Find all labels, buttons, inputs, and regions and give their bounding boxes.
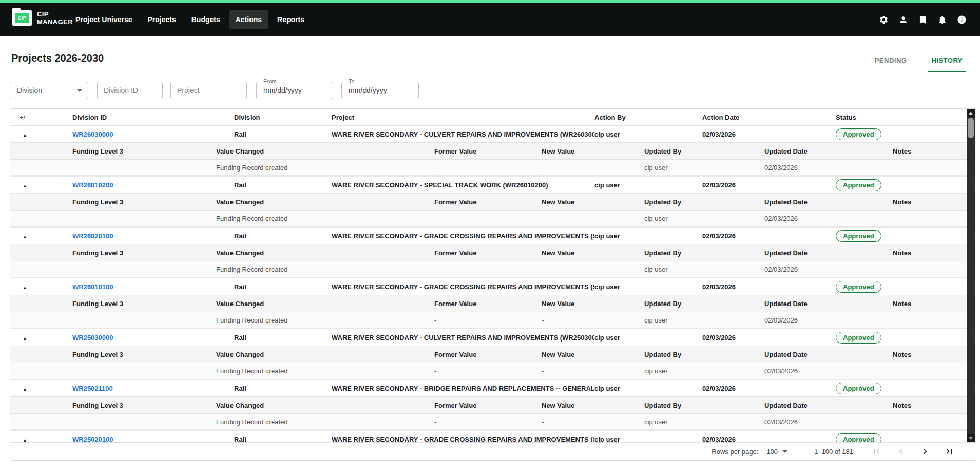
updated-by-cell: cip user	[644, 367, 764, 375]
detail-column-header-notes: Notes	[893, 300, 976, 308]
triangle-up-icon[interactable]: ▲	[23, 183, 27, 188]
detail-column-header-value-changed: Value Changed	[216, 249, 434, 257]
division-id-link[interactable]: WR26010100	[72, 283, 113, 291]
nav-item-budgets[interactable]: Budgets	[185, 10, 227, 29]
triangle-up-icon[interactable]: ▲	[23, 133, 27, 138]
detail-column-header-funding-level-3: Funding Level 3	[72, 198, 216, 206]
division-id-link[interactable]: WR26030000	[72, 130, 113, 138]
tab-pending[interactable]: PENDING	[872, 56, 910, 72]
detail-column-header-value-changed: Value Changed	[216, 300, 434, 308]
nav-item-projects[interactable]: Projects	[141, 10, 183, 29]
status-badge: Approved	[836, 332, 881, 344]
rows-per-page-select[interactable]: 100	[766, 448, 787, 456]
last-page-icon[interactable]	[944, 446, 954, 457]
updated-date-cell: 02/03/2026	[764, 316, 893, 324]
updated-date-cell: 02/03/2026	[764, 418, 893, 426]
previous-page-icon[interactable]	[896, 446, 906, 457]
triangle-up-icon[interactable]: ▲	[23, 336, 27, 341]
division-id-link[interactable]: WR26020100	[72, 232, 113, 240]
triangle-up-icon[interactable]: ▲	[23, 438, 27, 443]
division-select[interactable]: Division	[10, 82, 88, 99]
gear-icon[interactable]	[879, 15, 889, 25]
info-circle-icon[interactable]	[957, 15, 967, 25]
detail-row: Funding Record created--cip user02/03/20…	[10, 312, 976, 329]
detail-column-header-updated-date: Updated Date	[764, 249, 893, 257]
detail-column-header-funding-level-3: Funding Level 3	[72, 249, 216, 257]
status-cell: Approved	[825, 128, 976, 140]
expander-cell: ▲	[10, 283, 72, 291]
detail-column-header-new-value: New Value	[542, 249, 644, 257]
updated-date-cell: 02/03/2026	[764, 266, 893, 273]
detail-column-header-updated-date: Updated Date	[764, 147, 893, 155]
division-id-link[interactable]: WR25021100	[72, 385, 113, 392]
division-id-cell: WR26030000	[72, 130, 234, 138]
triangle-up-icon[interactable]: ▲	[23, 234, 27, 239]
detail-column-header-new-value: New Value	[542, 351, 644, 358]
updated-by-cell: cip user	[644, 215, 764, 222]
detail-row: Funding Record created--cip user02/03/20…	[10, 414, 976, 431]
date-to-field[interactable]: To mm/dd/yyyy	[341, 82, 419, 99]
nav-item-project-universe[interactable]: Project Universe	[69, 10, 139, 29]
action-by-cell: cip user	[594, 334, 702, 342]
pagination-range: 1–100 of 181	[814, 448, 853, 456]
detail-column-header-updated-by: Updated By	[644, 351, 764, 358]
action-date-cell: 02/03/2026	[702, 130, 825, 138]
action-date-cell: 02/03/2026	[702, 334, 825, 342]
vertical-scrollbar[interactable]	[967, 109, 975, 442]
next-page-icon[interactable]	[920, 446, 930, 457]
division-id-link[interactable]: WR25030000	[72, 334, 113, 342]
former-value-cell: -	[434, 418, 542, 426]
page-title: Projects 2026-2030	[11, 52, 104, 64]
action-by-cell: cip user	[594, 181, 702, 189]
person-icon[interactable]	[898, 15, 908, 25]
updated-by-cell: cip user	[644, 266, 764, 273]
detail-column-header-updated-date: Updated Date	[764, 402, 893, 409]
detail-column-header-notes: Notes	[893, 351, 976, 358]
column-header-division-id: Division ID	[72, 113, 234, 121]
value-changed-cell: Funding Record created	[216, 215, 434, 222]
column-header-action-by: Action By	[594, 113, 702, 121]
scrollbar-thumb[interactable]	[968, 118, 974, 138]
column-header-action-date: Action Date	[702, 113, 825, 121]
detail-column-header-former-value: Former Value	[434, 249, 542, 257]
column-header--: +/-	[10, 113, 72, 121]
division-id-input[interactable]	[98, 82, 162, 99]
updated-date-cell: 02/03/2026	[764, 164, 893, 172]
scroll-up-icon[interactable]	[967, 109, 975, 117]
new-value-cell: -	[542, 266, 644, 273]
detail-column-header-value-changed: Value Changed	[216, 198, 434, 206]
division-id-link[interactable]: WR26010200	[72, 181, 113, 189]
bell-icon[interactable]	[937, 15, 947, 25]
detail-column-header-updated-date: Updated Date	[764, 300, 893, 308]
scroll-down-icon[interactable]	[967, 434, 975, 442]
former-value-cell: -	[434, 266, 542, 273]
app-logo[interactable]: CIP CIP MANAGER	[12, 10, 73, 26]
project-input[interactable]	[171, 82, 246, 99]
app-header: CIP CIP MANAGER Project UniverseProjects…	[0, 3, 980, 36]
action-by-cell: cip user	[594, 385, 702, 392]
division-cell: Rail	[234, 334, 332, 342]
new-value-cell: -	[542, 316, 644, 324]
new-value-cell: -	[542, 367, 644, 375]
status-cell: Approved	[825, 332, 976, 344]
first-page-icon[interactable]	[872, 446, 882, 457]
detail-column-header-funding-level-3: Funding Level 3	[72, 351, 216, 358]
division-cell: Rail	[234, 130, 332, 138]
main-nav: Project UniverseProjectsBudgetsActionsRe…	[69, 3, 311, 36]
detail-column-header-value-changed: Value Changed	[216, 351, 434, 358]
nav-item-actions[interactable]: Actions	[229, 10, 268, 29]
tab-bar: PENDINGHISTORY	[872, 56, 966, 72]
nav-item-reports[interactable]: Reports	[271, 10, 311, 29]
tab-history[interactable]: HISTORY	[928, 56, 966, 72]
division-cell: Rail	[234, 181, 332, 189]
date-from-field[interactable]: From mm/dd/yyyy	[256, 82, 333, 99]
triangle-up-icon[interactable]: ▲	[23, 387, 27, 392]
triangle-up-icon[interactable]: ▲	[23, 285, 27, 290]
detail-column-header-value-changed: Value Changed	[216, 402, 434, 409]
former-value-cell: -	[434, 316, 542, 324]
project-cell: WARE RIVER SECONDARY - BRIDGE REPAIRS AN…	[332, 385, 594, 392]
bookmark-icon[interactable]	[918, 15, 928, 25]
new-value-cell: -	[542, 418, 644, 426]
updated-date-cell: 02/03/2026	[764, 367, 893, 375]
status-badge: Approved	[836, 230, 881, 242]
